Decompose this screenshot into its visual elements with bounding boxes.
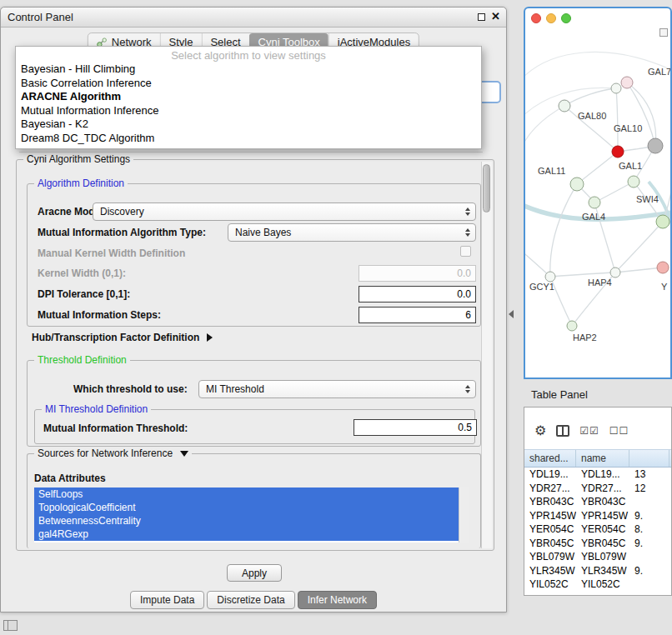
zoom-traffic-light-icon[interactable] bbox=[561, 13, 571, 23]
columns-icon[interactable] bbox=[556, 425, 569, 437]
table-cell: YDR27... bbox=[524, 482, 576, 494]
aracne-mode-select[interactable]: Discovery bbox=[93, 202, 476, 221]
network-node[interactable] bbox=[545, 272, 555, 282]
algorithm-option-aracne-algorithm[interactable]: ARACNE Algorithm bbox=[16, 90, 481, 104]
data-attributes-label: Data Attributes bbox=[34, 472, 106, 484]
table-cell: YBR045C bbox=[524, 538, 576, 549]
network-canvas[interactable]: GAL7GAL80GAL10GAL11GAL1SWI4GAL4GCY1HAP4Y… bbox=[525, 27, 670, 378]
splitter-collapse-icon[interactable] bbox=[509, 310, 514, 318]
attribute-list[interactable]: SelfLoopsTopologicalCoefficientBetweenne… bbox=[34, 488, 459, 542]
table-row[interactable]: YPR145WYPR145W9. bbox=[524, 509, 671, 523]
network-node[interactable] bbox=[657, 262, 669, 273]
settings-gear-icon[interactable]: ⚙ bbox=[534, 423, 546, 438]
sources-group: Sources for Network Inference Data Attri… bbox=[27, 453, 481, 548]
node-label-y: Y bbox=[661, 282, 668, 292]
algorithm-option-bayesian-k2[interactable]: Bayesian - K2 bbox=[16, 118, 481, 132]
settings-scrollbar-thumb[interactable] bbox=[483, 164, 490, 212]
table-row[interactable]: YIL052CYIL052C bbox=[524, 578, 671, 592]
close-icon[interactable]: ✕ bbox=[491, 12, 500, 22]
apply-button[interactable]: Apply bbox=[227, 564, 282, 582]
table-row[interactable]: YDL19...YDL19...13 bbox=[524, 468, 671, 482]
table-cell: YDL19... bbox=[524, 468, 576, 480]
combo-arrows-icon bbox=[462, 228, 475, 237]
table-row[interactable]: YBR043CYBR043C bbox=[524, 495, 671, 509]
mi-threshold-title: MI Threshold Definition bbox=[42, 403, 151, 415]
kernel-width-input[interactable] bbox=[359, 265, 476, 282]
tab-impute-data[interactable]: Impute Data bbox=[130, 591, 204, 609]
attribute-list-scrollbar[interactable] bbox=[459, 488, 469, 542]
select-all-rows-icon[interactable]: ☑☑ bbox=[579, 423, 599, 438]
hub-definition-toggle[interactable]: Hub/Transcription Factor Definition bbox=[32, 332, 213, 343]
bottom-tabstrip: Impute DataDiscretize DataInfer Network bbox=[1, 591, 506, 609]
algorithm-option-basic-correlation-inference[interactable]: Basic Correlation Inference bbox=[16, 77, 481, 91]
network-node[interactable] bbox=[612, 146, 624, 158]
network-node[interactable] bbox=[589, 197, 600, 208]
node-label-gal11: GAL11 bbox=[538, 166, 565, 176]
mi-threshold-input[interactable] bbox=[354, 419, 477, 436]
cyni-algorithm-settings-group: Cyni Algorithm Settings Algorithm Defini… bbox=[16, 159, 494, 551]
network-node[interactable] bbox=[611, 83, 621, 93]
tab-discretize-data[interactable]: Discretize Data bbox=[207, 591, 294, 609]
node-label-swi4: SWI4 bbox=[636, 194, 659, 204]
deselect-all-rows-icon[interactable]: ☐☐ bbox=[609, 423, 629, 438]
tab-infer-network[interactable]: Infer Network bbox=[298, 591, 377, 609]
column-header-name[interactable]: name bbox=[576, 450, 629, 467]
canvas-scrollbar-box[interactable] bbox=[659, 28, 668, 37]
manual-kernel-width-checkbox[interactable] bbox=[460, 246, 471, 257]
window-buttons: ✕ bbox=[478, 12, 500, 22]
network-node[interactable] bbox=[628, 176, 639, 188]
table-cell: YBL079W bbox=[576, 551, 629, 562]
table-cell: 12 bbox=[629, 482, 669, 494]
network-view-window: GAL7GAL80GAL10GAL11GAL1SWI4GAL4GCY1HAP4Y… bbox=[524, 7, 672, 379]
which-threshold-select[interactable]: MI Threshold bbox=[198, 380, 476, 398]
settings-group-title: Cyni Algorithm Settings bbox=[23, 153, 133, 165]
network-node[interactable] bbox=[656, 215, 669, 228]
table-cell: 9. bbox=[629, 510, 669, 522]
sources-group-toggle[interactable]: Sources for Network Inference bbox=[34, 448, 192, 459]
network-node[interactable] bbox=[621, 77, 633, 88]
table-cell: YDR27... bbox=[576, 482, 629, 494]
close-traffic-light-icon[interactable] bbox=[531, 13, 541, 23]
dropdown-options: Bayesian - Hill ClimbingBasic Correlatio… bbox=[16, 62, 481, 145]
table-cell: 13 bbox=[629, 468, 669, 480]
algorithm-option-dream8-dc-tdc-algorithm[interactable]: Dream8 DC_TDC Algorithm bbox=[16, 132, 481, 146]
mi-algorithm-type-select[interactable]: Naive Bayes bbox=[228, 223, 476, 242]
table-row[interactable]: YBL079WYBL079W bbox=[524, 550, 671, 564]
algorithm-option-bayesian-hill-climbing[interactable]: Bayesian - Hill Climbing bbox=[16, 62, 481, 77]
network-node[interactable] bbox=[559, 100, 570, 112]
table-row[interactable]: YER054CYER054C8. bbox=[524, 522, 671, 537]
float-window-icon[interactable] bbox=[478, 13, 485, 21]
algorithm-option-mutual-information-inference[interactable]: Mutual Information Inference bbox=[16, 104, 481, 118]
table-row[interactable]: YDR27...YDR27...12 bbox=[524, 482, 671, 496]
restore-panel-icon[interactable] bbox=[3, 620, 18, 631]
mi-steps-input[interactable] bbox=[359, 307, 476, 323]
attribute-item-betweennesscentrality[interactable]: BetweennessCentrality bbox=[34, 514, 459, 528]
table-row[interactable]: YBR045CYBR045C9. bbox=[524, 537, 671, 551]
network-node[interactable] bbox=[610, 268, 620, 278]
table-cell: YBR045C bbox=[576, 538, 629, 549]
settings-scrollbar[interactable] bbox=[481, 162, 492, 548]
mi-threshold-group: MI Threshold Definition Mutual Informati… bbox=[34, 409, 475, 444]
minimize-traffic-light-icon[interactable] bbox=[546, 13, 556, 23]
network-node[interactable] bbox=[567, 321, 577, 331]
table-cell: YDL19... bbox=[576, 468, 629, 480]
column-header-shared[interactable]: shared... bbox=[524, 450, 576, 467]
attribute-item-topologicalcoefficient[interactable]: TopologicalCoefficient bbox=[34, 501, 459, 514]
dpi-tolerance-input[interactable] bbox=[359, 286, 476, 302]
network-node[interactable] bbox=[570, 178, 584, 191]
mi-threshold-label: Mutual Information Threshold: bbox=[43, 422, 188, 434]
attribute-item-gal4rgexp[interactable]: gal4RGexp bbox=[34, 528, 459, 541]
node-label-gal1: GAL1 bbox=[619, 161, 642, 171]
control-panel-titlebar[interactable]: Control Panel ✕ bbox=[1, 8, 506, 28]
network-node[interactable] bbox=[648, 138, 663, 153]
manual-kernel-width-label: Manual Kernel Width Definition bbox=[38, 248, 185, 259]
mi-algorithm-type-label: Mutual Information Algorithm Type: bbox=[38, 227, 206, 238]
node-label-gal4: GAL4 bbox=[582, 212, 605, 222]
threshold-definition-group: Threshold Definition Which threshold to … bbox=[27, 360, 481, 447]
kernel-width-label: Kernel Width (0,1): bbox=[38, 268, 126, 279]
table-cell: 9. bbox=[629, 538, 669, 549]
table-row[interactable]: YLR345WYLR345W9. bbox=[524, 564, 671, 578]
attribute-item-selfloops[interactable]: SelfLoops bbox=[34, 488, 459, 501]
column-header-col-2[interactable] bbox=[629, 450, 669, 467]
table-cell: YBR043C bbox=[524, 496, 576, 508]
